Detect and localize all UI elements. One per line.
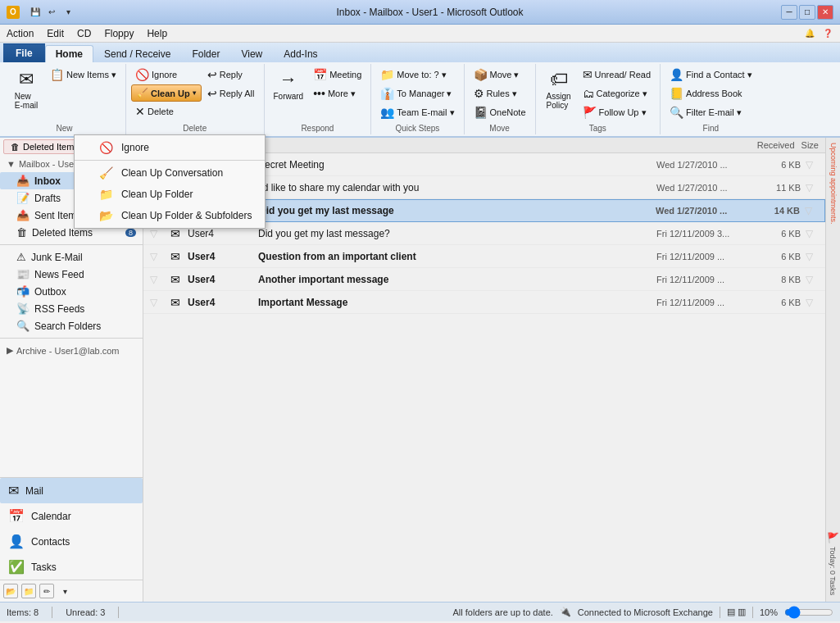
email-size-7: 6 KB bbox=[760, 298, 801, 307]
archive-header[interactable]: ▶ Archive - User1@lab.com bbox=[0, 342, 143, 359]
email-subject-6: Another important message bbox=[258, 274, 652, 285]
rules-label: Rules ▾ bbox=[487, 89, 517, 99]
sidebar-item-junk[interactable]: ⚠ Junk E-Mail bbox=[0, 248, 143, 266]
new-items-btn[interactable]: 📋 New Items ▾ bbox=[46, 66, 120, 84]
toolbar-extra-btn1[interactable]: 🔔 bbox=[802, 26, 817, 41]
ignore-btn[interactable]: 🚫 Ignore bbox=[131, 66, 202, 84]
nav-calendar[interactable]: 📅 Calendar bbox=[0, 503, 143, 529]
move-btn[interactable]: 📦 Move ▾ bbox=[470, 66, 530, 84]
tab-file[interactable]: File bbox=[3, 43, 45, 62]
nav-bottom-btns: 📂 📁 ✏ ▾ bbox=[0, 580, 143, 602]
sidebar-item-rss[interactable]: 📡 RSS Feeds bbox=[0, 300, 143, 317]
reply-all-btn[interactable]: ↩ Reply All bbox=[203, 84, 259, 102]
table-row[interactable]: ▽ ✉ User4 Question from an important cli… bbox=[143, 245, 825, 268]
email-sender-6: User4 bbox=[188, 274, 253, 285]
qat-undo-btn[interactable]: ↩ bbox=[44, 5, 59, 20]
sidebar-item-news-feed[interactable]: 📰 News Feed bbox=[0, 266, 143, 283]
onenote-label: OneNote bbox=[490, 107, 526, 117]
sidebar-item-search[interactable]: 🔍 Search Folders bbox=[0, 317, 143, 334]
categorize-btn[interactable]: 🗂 Categorize ▾ bbox=[579, 84, 656, 102]
flag-icon-6: ▽ bbox=[150, 274, 163, 285]
assign-policy-btn[interactable]: 🏷 AssignPolicy bbox=[541, 66, 577, 113]
toolbar-extra-btn2[interactable]: ❓ bbox=[820, 26, 835, 41]
rules-btn[interactable]: ⚙ Rules ▾ bbox=[470, 84, 530, 102]
nav-btn-3[interactable]: ✏ bbox=[39, 584, 54, 598]
tab-view[interactable]: View bbox=[230, 45, 273, 62]
delete-btn[interactable]: ✕ Delete bbox=[131, 102, 202, 121]
email-subject-2: I'd like to share my calendar with you bbox=[258, 182, 652, 193]
minimize-btn[interactable]: ─ bbox=[781, 5, 797, 20]
to-manager-icon: 👔 bbox=[380, 87, 394, 100]
find-contact-btn[interactable]: 👤 Find a Contact ▾ bbox=[665, 66, 756, 84]
zoom-slider[interactable] bbox=[784, 606, 833, 619]
dropdown-ignore[interactable]: 🚫 Ignore bbox=[75, 137, 265, 158]
qat-dropdown-btn[interactable]: ▾ bbox=[61, 5, 75, 20]
dropdown-cleanup-conversation[interactable]: 🧹 Clean Up Conversation bbox=[75, 162, 265, 184]
email-flag-1: ▽ bbox=[806, 159, 819, 171]
menu-floppy[interactable]: Floppy bbox=[98, 25, 140, 42]
table-row[interactable]: ▽ ✉ User4 Another important message Fri … bbox=[143, 268, 825, 291]
cleanup-btn[interactable]: 🧹 Clean Up ▾ bbox=[131, 84, 202, 102]
tab-home[interactable]: Home bbox=[45, 45, 93, 62]
move-group-label: Move bbox=[489, 122, 509, 133]
sidebar-item-outbox[interactable]: 📬 Outbox bbox=[0, 283, 143, 300]
more-btn[interactable]: ••• More ▾ bbox=[309, 84, 366, 102]
follow-up-btn[interactable]: 🚩 Follow Up ▾ bbox=[579, 103, 656, 121]
ribbon-group-tags: 🏷 AssignPolicy ✉ Unread/ Read 🗂 Categori… bbox=[536, 64, 661, 134]
assign-policy-label: AssignPolicy bbox=[547, 92, 571, 110]
nav-btn-2[interactable]: 📁 bbox=[21, 584, 36, 598]
deleted-icon: 🗑 bbox=[11, 142, 20, 152]
email-size-2: 11 KB bbox=[760, 183, 801, 193]
quicksteps-group-label: Quick Steps bbox=[395, 122, 439, 133]
cleanup-folder-icon: 📁 bbox=[99, 188, 113, 201]
nav-btn-1[interactable]: 📂 bbox=[3, 584, 18, 598]
categorize-icon: 🗂 bbox=[583, 87, 594, 100]
archive-expand-icon: ▶ bbox=[7, 345, 13, 356]
dropdown-cleanup-folder-sub[interactable]: 📂 Clean Up Folder & Subfolders bbox=[75, 205, 265, 226]
col-received[interactable]: Received bbox=[757, 140, 795, 150]
col-size[interactable]: Size bbox=[801, 140, 819, 150]
unread-read-btn[interactable]: ✉ Unread/ Read bbox=[579, 66, 656, 84]
move-to-btn[interactable]: 📁 Move to: ? ▾ bbox=[376, 66, 458, 84]
email-date-5: Fri 12/11/2009 ... bbox=[656, 252, 755, 261]
sidebar-div1 bbox=[0, 244, 143, 245]
nav-calendar-label: Calendar bbox=[31, 511, 71, 522]
forward-btn[interactable]: → Forward bbox=[270, 66, 308, 104]
filter-email-btn[interactable]: 🔍 Filter E-mail ▾ bbox=[665, 103, 756, 121]
nav-mail[interactable]: ✉ Mail bbox=[0, 478, 143, 503]
to-manager-btn[interactable]: 👔 To Manager ▾ bbox=[376, 84, 458, 102]
tags-group-label: Tags bbox=[589, 122, 606, 133]
nav-tasks[interactable]: ✅ Tasks bbox=[0, 554, 143, 580]
table-row[interactable]: ▽ ✉ User4 Important Message Fri 12/11/20… bbox=[143, 291, 825, 314]
find-col: 👤 Find a Contact ▾ 📒 Address Book 🔍 Filt… bbox=[665, 66, 756, 121]
new-email-btn[interactable]: ✉ NewE-mail bbox=[8, 66, 44, 113]
status-sep-1 bbox=[52, 607, 52, 618]
tab-send-receive[interactable]: Send / Receive bbox=[93, 45, 181, 62]
address-book-btn[interactable]: 📒 Address Book bbox=[665, 84, 756, 102]
to-manager-label: To Manager ▾ bbox=[397, 89, 452, 99]
menu-cd[interactable]: CD bbox=[70, 25, 98, 42]
meeting-btn[interactable]: 📅 Meeting bbox=[309, 66, 366, 84]
menu-edit[interactable]: Edit bbox=[40, 25, 70, 42]
ignore-label: Ignore bbox=[152, 70, 177, 80]
tab-add-ins[interactable]: Add-Ins bbox=[273, 45, 328, 62]
nav-contacts-icon: 👤 bbox=[8, 534, 25, 549]
maximize-btn[interactable]: □ bbox=[799, 5, 815, 20]
respond-group-label: Respond bbox=[301, 122, 334, 133]
dropdown-cleanup-folder[interactable]: 📁 Clean Up Folder bbox=[75, 184, 265, 205]
reply-btn[interactable]: ↩ Reply bbox=[203, 66, 259, 84]
onenote-btn[interactable]: 📓 OneNote bbox=[470, 103, 530, 121]
ignore-icon: 🚫 bbox=[135, 68, 149, 81]
status-bar: Items: 8 Unread: 3 All folders are up to… bbox=[0, 602, 840, 621]
team-email-btn[interactable]: 👥 Team E-mail ▾ bbox=[376, 103, 458, 121]
nav-expand-btn[interactable]: ▾ bbox=[57, 584, 72, 598]
tab-folder[interactable]: Folder bbox=[181, 45, 230, 62]
qat-save-btn[interactable]: 💾 bbox=[28, 5, 43, 20]
reply-label: Reply bbox=[220, 70, 243, 80]
menu-action[interactable]: Action bbox=[0, 25, 40, 42]
menu-help[interactable]: Help bbox=[140, 25, 174, 42]
dropdown-ignore-label: Ignore bbox=[121, 142, 149, 153]
nav-contacts[interactable]: 👤 Contacts bbox=[0, 529, 143, 554]
email-subject-7: Important Message bbox=[258, 297, 652, 308]
close-btn[interactable]: ✕ bbox=[817, 5, 833, 20]
